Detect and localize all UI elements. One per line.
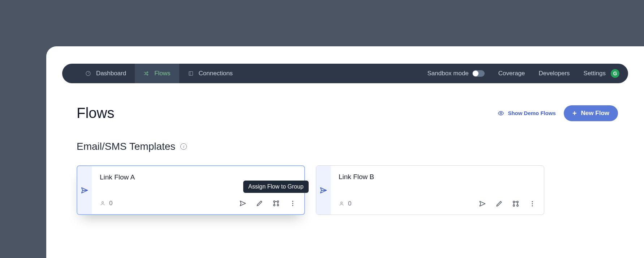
nav-item-dashboard[interactable]: Dashboard bbox=[77, 64, 135, 83]
show-demo-flows-link[interactable]: Show Demo Flows bbox=[498, 110, 556, 117]
eye-icon bbox=[498, 110, 504, 117]
card-actions bbox=[239, 200, 296, 207]
info-icon[interactable]: i bbox=[180, 143, 187, 150]
svg-point-9 bbox=[292, 203, 293, 204]
settings-wrap: Settings G bbox=[584, 69, 619, 78]
more-icon[interactable] bbox=[289, 200, 296, 207]
new-flow-button[interactable]: + New Flow bbox=[564, 105, 618, 121]
person-icon bbox=[100, 200, 106, 206]
send-icon bbox=[319, 186, 327, 194]
nav-link-developers[interactable]: Developers bbox=[539, 70, 570, 77]
cards-row: Assign Flow to Group Link Flow A bbox=[77, 165, 618, 215]
card-footer: 0 bbox=[339, 200, 536, 207]
svg-point-15 bbox=[517, 205, 518, 206]
group-icon[interactable] bbox=[272, 200, 280, 207]
send-action-icon[interactable] bbox=[479, 200, 486, 207]
card-side-indicator bbox=[77, 166, 92, 214]
card-actions bbox=[479, 200, 536, 207]
svg-point-12 bbox=[513, 201, 515, 203]
nav-link-settings[interactable]: Settings bbox=[584, 70, 606, 77]
users-count-value: 0 bbox=[109, 200, 112, 207]
svg-point-10 bbox=[292, 205, 293, 206]
svg-rect-1 bbox=[189, 72, 193, 76]
svg-point-17 bbox=[532, 203, 533, 204]
send-icon bbox=[81, 186, 89, 194]
svg-point-13 bbox=[517, 201, 518, 203]
svg-point-6 bbox=[274, 204, 275, 206]
group-icon[interactable] bbox=[512, 200, 519, 207]
card-body: Link Flow B 0 bbox=[331, 166, 544, 215]
nav-label: Connections bbox=[199, 70, 233, 77]
sandbox-mode-label: Sandbox mode bbox=[427, 70, 468, 77]
nav-label: Dashboard bbox=[96, 70, 126, 77]
nav-link-coverage[interactable]: Coverage bbox=[498, 70, 525, 77]
dashboard-icon bbox=[85, 71, 91, 76]
svg-point-2 bbox=[500, 112, 502, 114]
sandbox-toggle[interactable] bbox=[472, 70, 485, 77]
svg-point-16 bbox=[532, 201, 533, 202]
card-side-indicator bbox=[316, 166, 331, 215]
nav-item-connections[interactable]: Connections bbox=[179, 64, 242, 83]
topbar: Dashboard Flows Connections bbox=[62, 64, 628, 83]
plus-icon: + bbox=[572, 110, 577, 117]
flow-title: Link Flow B bbox=[339, 173, 536, 181]
page-content: Flows Show Demo Flows + New Flow bbox=[46, 83, 644, 215]
svg-point-3 bbox=[102, 202, 104, 203]
svg-point-7 bbox=[277, 204, 279, 206]
new-flow-label: New Flow bbox=[581, 110, 609, 117]
edit-icon[interactable] bbox=[256, 200, 263, 207]
nav-label: Flows bbox=[154, 70, 170, 77]
svg-point-14 bbox=[513, 205, 515, 206]
card-footer: 0 bbox=[100, 200, 296, 207]
sandbox-mode-control: Sandbox mode bbox=[427, 70, 484, 77]
nav-right: Sandbox mode Coverage Developers Setting… bbox=[427, 69, 628, 78]
users-count-value: 0 bbox=[348, 200, 351, 207]
person-icon bbox=[339, 201, 344, 207]
section-title-row: Email/SMS Templates i bbox=[77, 141, 618, 152]
flow-card[interactable]: Link Flow B 0 bbox=[316, 165, 544, 215]
edit-icon[interactable] bbox=[495, 200, 503, 207]
send-action-icon[interactable] bbox=[239, 200, 246, 207]
more-icon[interactable] bbox=[529, 200, 536, 207]
avatar[interactable]: G bbox=[611, 69, 619, 78]
page-header: Flows Show Demo Flows + New Flow bbox=[77, 105, 618, 121]
header-actions: Show Demo Flows + New Flow bbox=[498, 105, 618, 121]
nav-left: Dashboard Flows Connections bbox=[62, 64, 241, 83]
users-count: 0 bbox=[339, 200, 351, 207]
svg-point-11 bbox=[341, 202, 343, 204]
svg-point-4 bbox=[274, 201, 275, 202]
toggle-knob bbox=[473, 71, 478, 76]
nav-item-flows[interactable]: Flows bbox=[135, 64, 179, 83]
svg-point-8 bbox=[292, 201, 293, 202]
section-title: Email/SMS Templates bbox=[77, 141, 175, 152]
connections-icon bbox=[188, 71, 194, 76]
users-count: 0 bbox=[100, 200, 112, 207]
section-templates: Email/SMS Templates i Assign Flow to Gro… bbox=[77, 141, 618, 215]
shuffle-icon bbox=[143, 71, 149, 76]
svg-point-5 bbox=[277, 201, 279, 202]
page-title: Flows bbox=[77, 105, 114, 121]
flow-title: Link Flow A bbox=[100, 173, 296, 181]
app-window: Dashboard Flows Connections bbox=[46, 46, 644, 258]
show-demo-label: Show Demo Flows bbox=[508, 110, 556, 116]
flow-card[interactable]: Assign Flow to Group Link Flow A bbox=[77, 165, 305, 215]
svg-point-18 bbox=[532, 205, 533, 206]
tooltip-assign-group: Assign Flow to Group bbox=[243, 181, 309, 193]
